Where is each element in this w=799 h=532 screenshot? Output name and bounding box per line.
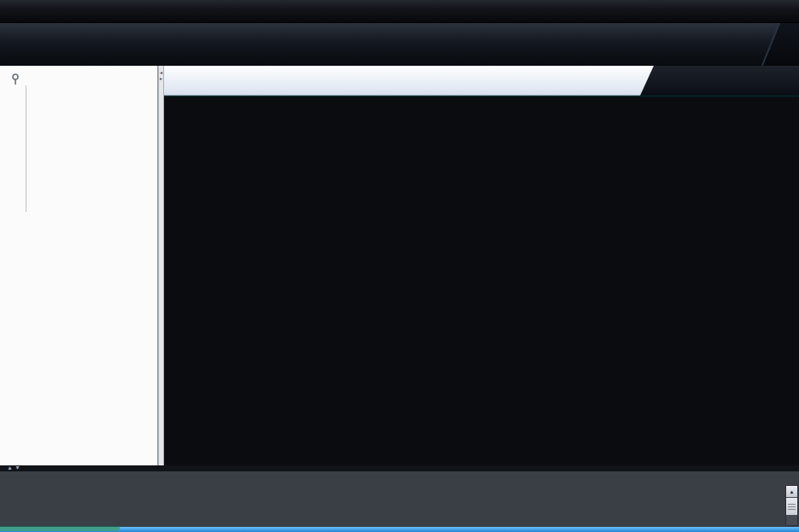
root-pin-icon bbox=[10, 73, 21, 85]
splitter-collapse-icon[interactable]: ◂▸ bbox=[159, 70, 163, 82]
topology-tabs bbox=[640, 66, 799, 96]
window-bottom-border bbox=[0, 527, 799, 532]
scrollbar-thumb[interactable] bbox=[786, 498, 797, 515]
scrollbar-up-icon[interactable]: ▲ bbox=[786, 486, 797, 497]
device-tree-panel bbox=[0, 66, 158, 465]
menu-bar bbox=[0, 0, 799, 23]
main-toolbar bbox=[0, 23, 799, 67]
topology-toolbar bbox=[164, 66, 799, 96]
alarm-table-scrollbar[interactable]: ▲ bbox=[785, 485, 798, 526]
topology-canvas[interactable] bbox=[164, 96, 799, 466]
splitter-updown-icon[interactable]: ▲▼ bbox=[7, 465, 22, 471]
ems-application-window: ◂▸ ▲▼ ▲ bbox=[0, 0, 799, 532]
window-corner-strip bbox=[0, 526, 120, 531]
tree-root-node[interactable] bbox=[0, 66, 157, 87]
alarm-table-header bbox=[0, 471, 799, 486]
alarm-table: ▲ bbox=[0, 471, 799, 527]
horizontal-splitter[interactable]: ▲▼ bbox=[0, 465, 799, 471]
vertical-splitter[interactable]: ◂▸ bbox=[158, 66, 164, 465]
